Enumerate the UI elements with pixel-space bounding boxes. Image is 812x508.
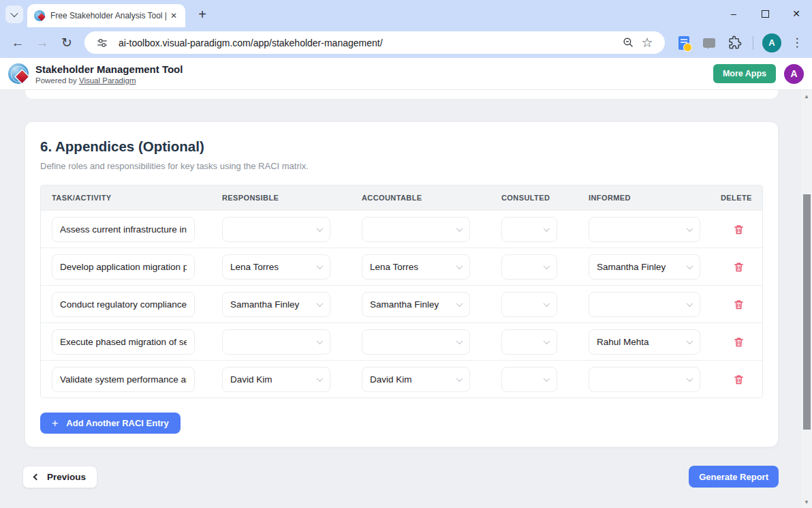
column-header-accountable: ACCOUNTABLE [351, 194, 490, 202]
appendices-card: 6. Appendices (Optional) Define roles an… [25, 121, 779, 447]
task-input[interactable] [52, 367, 195, 392]
generate-report-button[interactable]: Generate Report [689, 466, 779, 488]
table-header-row: TASK/ACTIVITY RESPONSIBLE ACCOUNTABLE CO… [41, 185, 762, 210]
accountable-select[interactable] [362, 217, 470, 242]
table-row: Samantha Finley Samantha Finley [41, 285, 762, 323]
select-value: Samantha Finley [230, 299, 313, 310]
delete-row-button[interactable] [730, 333, 747, 350]
app-title-block: Stakeholder Management Tool Powered by V… [35, 63, 183, 85]
informed-select[interactable]: Samantha Finley [589, 254, 700, 280]
page-scrollbar[interactable]: ▲ ▼ [801, 90, 812, 508]
window-close-button[interactable]: ✕ [781, 0, 812, 27]
scroll-down-arrow-icon[interactable]: ▼ [801, 497, 812, 507]
app-title: Stakeholder Management Tool [35, 63, 183, 75]
select-value: Samantha Finley [597, 262, 683, 272]
comment-extension-icon[interactable] [700, 33, 719, 53]
add-raci-entry-button[interactable]: + Add Another RACI Entry [40, 413, 181, 434]
column-header-informed: INFORMED [578, 194, 721, 202]
extensions-area: A ⋮ [674, 33, 807, 53]
informed-select[interactable]: Rahul Mehta [589, 329, 700, 355]
back-button[interactable]: ← [5, 31, 30, 55]
trash-icon [733, 261, 745, 273]
docs-offline-extension-icon[interactable] [674, 33, 693, 53]
delete-row-button[interactable] [730, 258, 747, 275]
new-tab-button[interactable]: + [193, 5, 211, 23]
consulted-select[interactable] [501, 367, 557, 392]
chevron-down-icon [456, 338, 463, 344]
chevron-down-icon [317, 375, 324, 382]
chevron-down-icon [456, 300, 463, 307]
browser-profile-avatar[interactable]: A [762, 33, 781, 53]
bookmark-star-icon[interactable]: ☆ [638, 33, 657, 53]
visual-paradigm-link[interactable]: Visual Paradigm [79, 76, 136, 85]
select-value: Lena Torres [370, 262, 453, 272]
site-settings-icon[interactable] [93, 33, 112, 53]
responsible-select[interactable]: David Kim [222, 367, 330, 392]
select-value: Lena Torres [230, 262, 313, 272]
toolbar-divider [753, 36, 753, 50]
chevron-down-icon [687, 263, 693, 269]
visual-paradigm-favicon-icon [34, 10, 45, 21]
raci-table: TASK/ACTIVITY RESPONSIBLE ACCOUNTABLE CO… [40, 185, 763, 398]
chevron-down-icon [687, 375, 693, 382]
delete-row-button[interactable] [730, 296, 747, 313]
previous-button[interactable]: Previous [22, 466, 97, 488]
more-apps-button[interactable]: More Apps [713, 64, 776, 83]
consulted-select[interactable] [501, 329, 557, 355]
delete-row-button[interactable] [730, 371, 747, 388]
url-text[interactable]: ai-toolbox.visual-paradigm.com/app/stake… [119, 38, 619, 48]
address-bar[interactable]: ai-toolbox.visual-paradigm.com/app/stake… [84, 31, 665, 54]
trash-icon [733, 336, 745, 348]
responsible-select[interactable]: Lena Torres [222, 254, 330, 280]
accountable-select[interactable]: Lena Torres [362, 254, 470, 280]
previous-label: Previous [47, 472, 86, 482]
window-maximize-button[interactable] [749, 0, 781, 27]
scrollbar-thumb[interactable] [803, 194, 811, 430]
task-input[interactable] [52, 292, 195, 317]
scroll-up-arrow-icon[interactable]: ▲ [801, 91, 812, 101]
accountable-select[interactable]: Samantha Finley [362, 292, 470, 317]
consulted-select[interactable] [501, 217, 557, 242]
informed-select[interactable] [589, 217, 700, 242]
column-header-responsible: RESPONSIBLE [211, 194, 351, 202]
table-row: David Kim David Kim [41, 360, 762, 398]
informed-select[interactable] [589, 292, 700, 317]
window-minimize-button[interactable]: – [718, 0, 749, 27]
maximize-icon [762, 10, 769, 18]
chevron-down-icon [544, 375, 550, 382]
column-header-task: TASK/ACTIVITY [41, 194, 211, 202]
chevron-down-icon [317, 263, 324, 269]
trash-icon [733, 299, 745, 310]
kebab-menu-icon: ⋮ [792, 35, 803, 50]
task-input[interactable] [52, 254, 195, 280]
responsible-select[interactable] [222, 217, 330, 242]
extensions-puzzle-icon[interactable] [725, 33, 744, 53]
tab-search-button[interactable] [5, 5, 23, 23]
zoom-out-icon[interactable] [619, 33, 638, 53]
accountable-select[interactable] [362, 329, 470, 355]
powered-by-prefix: Powered by [35, 76, 79, 85]
select-value: David Kim [370, 374, 453, 385]
trash-icon [733, 374, 745, 385]
browser-tab[interactable]: Free Stakeholder Analysis Tool | ✕ [27, 4, 185, 27]
consulted-select[interactable] [501, 254, 557, 280]
browser-menu-button[interactable]: ⋮ [787, 33, 807, 53]
consulted-select[interactable] [501, 292, 557, 317]
app-header: Stakeholder Management Tool Powered by V… [0, 58, 812, 90]
task-input[interactable] [52, 329, 195, 355]
browser-titlebar: Free Stakeholder Analysis Tool | ✕ + – ✕ [0, 0, 812, 27]
tab-close-icon[interactable]: ✕ [168, 10, 180, 22]
informed-select[interactable] [589, 367, 700, 392]
chevron-down-icon [317, 338, 324, 344]
responsible-select[interactable] [222, 329, 330, 355]
accountable-select[interactable]: David Kim [362, 367, 470, 392]
task-input[interactable] [52, 217, 195, 242]
page-content: 6. Appendices (Optional) Define roles an… [0, 90, 812, 508]
user-avatar[interactable]: A [784, 64, 804, 84]
table-row [41, 210, 762, 248]
chevron-down-icon [544, 300, 550, 307]
responsible-select[interactable]: Samantha Finley [222, 292, 330, 317]
reload-button[interactable]: ↻ [54, 31, 79, 55]
select-value: Samantha Finley [370, 299, 453, 310]
delete-row-button[interactable] [730, 221, 747, 238]
